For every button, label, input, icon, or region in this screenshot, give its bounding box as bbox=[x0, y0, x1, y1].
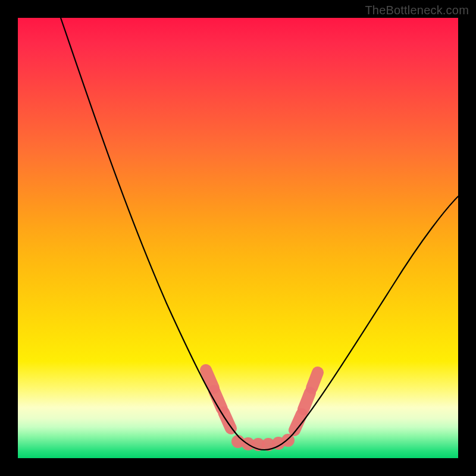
marker-capsule bbox=[303, 393, 310, 409]
watermark-text: TheBottleneck.com bbox=[365, 4, 469, 17]
bottleneck-curve-svg bbox=[18, 18, 458, 458]
marker-group bbox=[206, 370, 318, 451]
bottleneck-curve bbox=[61, 18, 458, 450]
marker-capsule bbox=[312, 372, 318, 388]
plot-area bbox=[18, 18, 458, 458]
chart-frame: TheBottleneck.com bbox=[0, 0, 476, 476]
